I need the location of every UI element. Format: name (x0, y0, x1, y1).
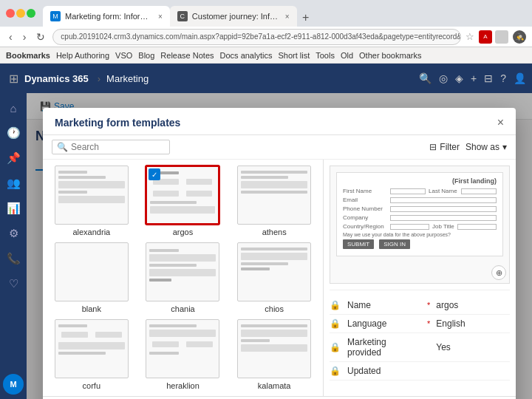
tab-label-1: Marketing form: Information: Ne... (65, 12, 154, 21)
mini-form-consent-row: May we use your data for the above purpo… (343, 232, 497, 237)
aep-ext[interactable]: A (479, 30, 492, 44)
template-item-chios[interactable]: chios (231, 242, 317, 313)
refresh-button[interactable]: ↻ (33, 30, 48, 44)
template-thumb-blank[interactable] (55, 242, 129, 301)
sidebar-icon-pin[interactable]: 📌 (1, 146, 25, 170)
sidebar-icon-people[interactable]: 👥 (1, 171, 25, 195)
properties-area: 🔒 Name * argos 🔒 Language * English (330, 290, 510, 381)
bookmark-vso[interactable]: VSO (115, 51, 132, 60)
prop-row-updated: 🔒 Updated * (330, 362, 510, 381)
address-bar: ‹ › ↻ cpub.20191024.crm3.dynamics.com/ma… (0, 27, 532, 47)
template-thumb-kalamata[interactable] (237, 319, 311, 378)
mini-form-row-email: Email (343, 197, 497, 203)
prop-value-language: English (436, 318, 510, 329)
bookmark-other[interactable]: Other bookmarks (359, 51, 421, 60)
sidebar: ⌂ 🕐 📌 👥 📊 ⚙ 📞 ♡ M (0, 93, 27, 399)
extension-buttons: A (479, 30, 508, 44)
forward-button[interactable]: › (20, 30, 30, 44)
bookmark-short-list[interactable]: Short list (278, 51, 310, 60)
template-item-athens[interactable]: athens (231, 166, 317, 236)
bookmark-help-authoring[interactable]: Help Authoring (56, 51, 109, 60)
bookmark-bookmarks[interactable]: Bookmarks (6, 51, 50, 60)
bookmark-docs-analytics[interactable]: Docs analytics (220, 51, 273, 60)
d365-nav-right: 🔍 ◎ ◈ + ⊟ ? 👤 (419, 72, 526, 84)
sidebar-icon-chart[interactable]: 📊 (1, 197, 25, 220)
sidebar-icon-heart[interactable]: ♡ (1, 272, 25, 296)
ext-1[interactable] (495, 30, 508, 44)
page-content: 💾 Save New f Design Summary Marketing fo… (27, 93, 532, 399)
browser-chrome: M Marketing form: Information: Ne... × C… (0, 0, 532, 27)
bookmark-old[interactable]: Old (341, 51, 353, 60)
url-bar[interactable]: cpub.20191024.crm3.dynamics.com/main.asp… (52, 29, 461, 45)
template-dialog: Marketing form templates × 🔍 ⊟ Filter (43, 108, 516, 399)
plus-nav-icon[interactable]: + (471, 72, 477, 84)
mini-signin-btn: SIGN IN (379, 239, 410, 249)
language-required-indicator: * (427, 319, 430, 328)
dialog-overlay: Marketing form templates × 🔍 ⊟ Filter (27, 93, 532, 399)
prop-row-name: 🔒 Name * argos (330, 296, 510, 315)
sidebar-icon-phone[interactable]: 📞 (1, 247, 25, 270)
template-item-heraklion[interactable]: heraklion (140, 319, 226, 390)
min-btn[interactable] (16, 9, 25, 18)
template-thumb-chania[interactable] (146, 242, 219, 301)
user-nav-icon[interactable]: 👤 (514, 72, 526, 84)
browser-tabs: M Marketing form: Information: Ne... × C… (43, 0, 526, 27)
dialog-header: Marketing form templates × (43, 108, 516, 135)
mini-form-buttons-row: SUBMIT SIGN IN (343, 239, 497, 249)
template-thumb-athens[interactable] (237, 166, 311, 225)
template-item-chania[interactable]: chania (140, 242, 226, 313)
template-item-blank[interactable]: blank (49, 242, 134, 313)
template-thumb-alexandria[interactable] (55, 166, 129, 225)
template-thumb-argos[interactable]: ✓ (146, 166, 219, 225)
template-item-kalamata[interactable]: kalamata (231, 319, 317, 390)
waffle-menu-icon[interactable]: ⊞ (6, 69, 21, 89)
target-nav-icon[interactable]: ◎ (439, 72, 448, 84)
filter-nav-icon[interactable]: ⊟ (484, 72, 493, 84)
sidebar-icon-settings[interactable]: ⚙ (1, 222, 25, 245)
show-as-button[interactable]: Show as ▾ (466, 142, 507, 152)
template-item-alexandria[interactable]: alexandria (49, 166, 134, 236)
max-btn[interactable] (27, 9, 35, 18)
sidebar-icon-recent[interactable]: 🕐 (1, 121, 25, 145)
d365-brand-label[interactable]: Dynamics 365 (24, 73, 89, 84)
d365-app-label[interactable]: Marketing (106, 73, 149, 84)
tab-customer-journey[interactable]: C Customer journey: Information: ... × (170, 6, 297, 27)
search-box[interactable]: 🔍 (52, 140, 170, 154)
new-tab-button[interactable]: + (297, 9, 315, 27)
question-nav-icon[interactable]: ? (500, 72, 506, 84)
mini-submit-btn: SUBMIT (343, 239, 374, 249)
close-btn[interactable] (6, 9, 15, 18)
bookmark-tools[interactable]: Tools (316, 51, 335, 60)
back-button[interactable]: ‹ (6, 30, 16, 44)
bookmark-star-icon[interactable]: ☆ (466, 31, 474, 42)
tab-close-2[interactable]: × (285, 13, 290, 21)
dialog-close-button[interactable]: × (497, 117, 504, 129)
nav-separator: › (98, 73, 100, 84)
prop-value-marketing: Yes (436, 342, 510, 352)
filter-icon: ⊟ (429, 142, 437, 152)
filter-label: Filter (440, 142, 460, 152)
language-lock-icon: 🔒 (330, 318, 341, 329)
prop-label-language: Language (347, 318, 421, 329)
template-label-athens: athens (262, 228, 287, 236)
bookmark-blog[interactable]: Blog (138, 51, 154, 60)
filter-button[interactable]: ⊟ Filter (429, 142, 460, 152)
bookmark-release-notes[interactable]: Release Notes (160, 51, 214, 60)
sidebar-icon-home[interactable]: ⌂ (1, 96, 25, 120)
sidebar-user-avatar[interactable]: M (3, 374, 24, 395)
template-thumb-heraklion[interactable] (146, 319, 219, 378)
zoom-icon[interactable]: ⊕ (491, 265, 506, 280)
template-item-argos[interactable]: ✓ (140, 166, 226, 236)
form-preview-header: (First landing) (343, 177, 497, 185)
tab-marketing-form[interactable]: M Marketing form: Information: Ne... × (43, 6, 170, 27)
template-item-corfu[interactable]: corfu (49, 319, 134, 390)
dialog-toolbar: 🔍 ⊟ Filter Show as ▾ (43, 135, 516, 160)
search-nav-icon[interactable]: 🔍 (419, 72, 432, 84)
location-nav-icon[interactable]: ◈ (455, 72, 463, 84)
template-label-corfu: corfu (83, 381, 100, 390)
tab-close-1[interactable]: × (158, 13, 163, 21)
search-input[interactable] (71, 142, 160, 152)
search-icon: 🔍 (57, 142, 68, 152)
template-thumb-chios[interactable] (237, 242, 311, 301)
template-thumb-corfu[interactable] (55, 319, 129, 378)
